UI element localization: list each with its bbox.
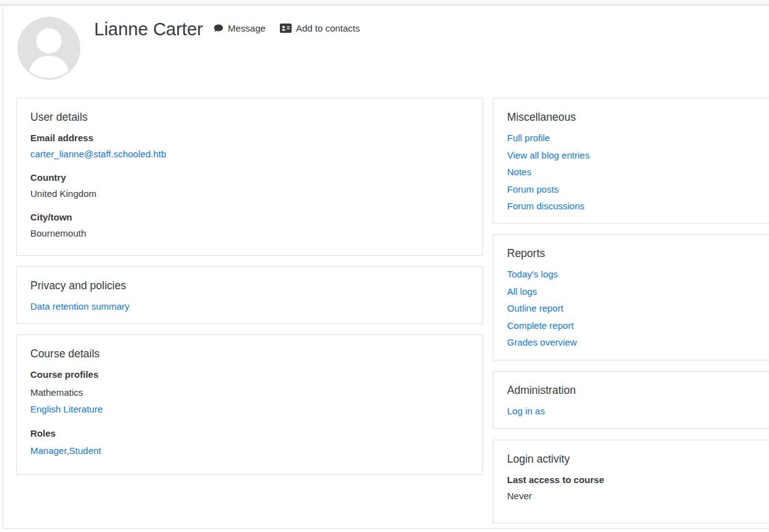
list-item: Grades overview — [507, 336, 763, 350]
login-activity-title: Login activity — [507, 453, 763, 466]
grades-overview-link[interactable]: Grades overview — [507, 337, 577, 347]
course-profile-mathematics: Mathematics — [30, 387, 83, 398]
list-item: Full profile — [507, 131, 763, 146]
list-item: English Literature — [30, 403, 469, 417]
page-left-divider — [2, 6, 3, 528]
list-item: Complete report — [507, 319, 763, 333]
all-logs-link[interactable]: All logs — [507, 286, 537, 297]
roles-value: Manager,Student — [30, 444, 469, 458]
course-profiles-label: Course profiles — [30, 368, 469, 382]
complete-report-link[interactable]: Complete report — [507, 320, 574, 331]
user-silhouette-icon — [17, 17, 80, 80]
list-item: Mathematics — [30, 386, 469, 400]
todays-logs-link[interactable]: Today's logs — [507, 269, 558, 279]
last-access-field: Last access to course Never — [507, 473, 763, 503]
role-manager-link[interactable]: Manager — [30, 445, 66, 456]
miscellaneous-card: Miscellaneous Full profile View all blog… — [493, 98, 769, 224]
user-details-title: User details — [30, 111, 469, 124]
administration-card: Administration Log in as — [493, 371, 769, 429]
last-access-label: Last access to course — [507, 473, 763, 487]
email-link[interactable]: carter_lianne@staff.schooled.htb — [30, 149, 166, 159]
forum-discussions-link[interactable]: Forum discussions — [507, 201, 584, 211]
outline-report-link[interactable]: Outline report — [507, 303, 563, 313]
city-label: City/town — [30, 211, 469, 225]
message-button-label: Message — [228, 23, 266, 33]
data-retention-summary-link[interactable]: Data retention summary — [30, 301, 129, 312]
course-details-card: Course details Course profiles Mathemati… — [16, 334, 483, 475]
message-bubble-icon — [214, 24, 224, 33]
list-item: All logs — [507, 285, 763, 299]
city-value: Bournemouth — [30, 227, 469, 241]
country-field: Country United Kingdom — [30, 171, 469, 201]
add-to-contacts-button[interactable]: Add to contacts — [280, 23, 360, 33]
last-access-value: Never — [507, 489, 763, 504]
log-in-as-link[interactable]: Log in as — [507, 406, 545, 416]
role-student-link[interactable]: Student — [69, 445, 102, 456]
avatar — [17, 17, 80, 80]
country-value: United Kingdom — [30, 187, 469, 201]
course-profile-english-literature-link[interactable]: English Literature — [30, 404, 103, 414]
email-label: Email address — [30, 131, 469, 146]
email-field: Email address carter_lianne@staff.school… — [30, 131, 469, 161]
page-bottom-divider — [2, 528, 769, 529]
list-item: Data retention summary — [30, 300, 469, 314]
view-all-blog-entries-link[interactable]: View all blog entries — [507, 150, 589, 160]
roles-label: Roles — [30, 427, 469, 441]
list-item: Forum posts — [507, 183, 763, 197]
message-button[interactable]: Message — [214, 23, 266, 33]
miscellaneous-title: Miscellaneous — [507, 111, 763, 124]
login-activity-card: Login activity Last access to course Nev… — [493, 440, 769, 523]
list-item: View all blog entries — [507, 149, 763, 163]
country-label: Country — [30, 171, 469, 185]
list-item: Forum discussions — [507, 199, 763, 214]
list-item: Log in as — [507, 404, 763, 419]
page-title-user-name: Lianne Carter — [94, 19, 203, 40]
city-field: City/town Bournemouth — [30, 211, 469, 240]
privacy-policies-title: Privacy and policies — [30, 279, 469, 292]
course-details-title: Course details — [30, 347, 469, 360]
list-item: Today's logs — [507, 268, 763, 282]
list-item: Notes — [507, 165, 763, 180]
reports-card: Reports Today's logs All logs Outline re… — [493, 234, 769, 360]
page-top-divider — [0, 0, 769, 6]
reports-title: Reports — [507, 247, 763, 260]
add-to-contacts-button-label: Add to contacts — [296, 23, 360, 33]
administration-title: Administration — [507, 384, 763, 397]
full-profile-link[interactable]: Full profile — [507, 133, 550, 143]
forum-posts-link[interactable]: Forum posts — [507, 184, 558, 194]
notes-link[interactable]: Notes — [507, 167, 531, 177]
user-details-card: User details Email address carter_lianne… — [16, 98, 483, 256]
address-card-icon — [280, 24, 292, 33]
privacy-policies-card: Privacy and policies Data retention summ… — [16, 266, 483, 324]
list-item: Outline report — [507, 302, 763, 316]
profile-actions: Message Add to contacts — [214, 23, 360, 33]
